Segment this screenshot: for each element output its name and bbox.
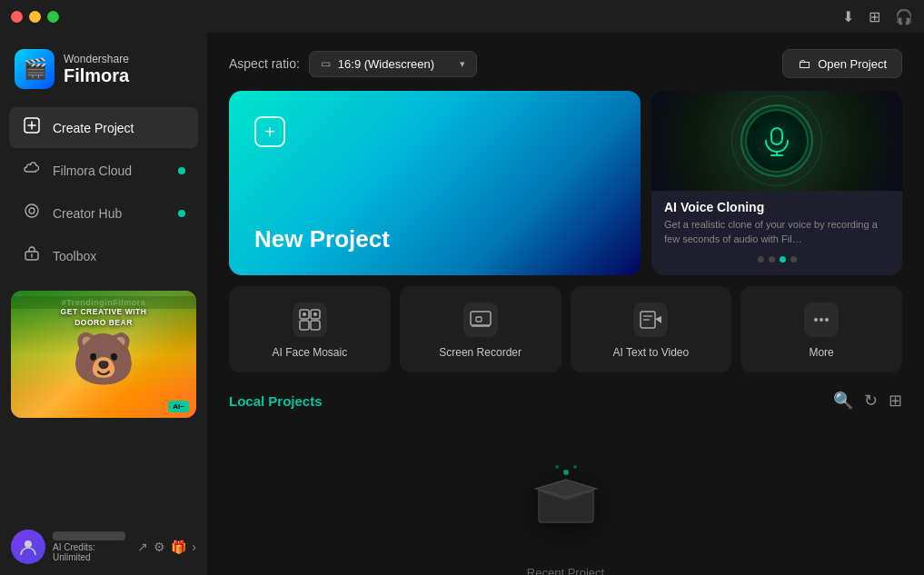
quick-action-ai-face-mosaic[interactable]: AI Face Mosaic (229, 286, 391, 373)
user-action-icons: ↗ ⚙ 🎁 › (137, 540, 196, 554)
svg-rect-8 (771, 128, 782, 144)
microphone-icon (760, 124, 793, 157)
minimize-button[interactable] (29, 11, 41, 23)
filmora-cloud-label: Filmora Cloud (53, 164, 132, 178)
screen-recorder-icon (463, 302, 498, 337)
logo-text: Wondershare Filmora (64, 53, 129, 85)
arrow-right-icon[interactable]: › (192, 540, 196, 554)
ai-text-to-video-icon (633, 302, 668, 337)
creator-hub-icon (22, 203, 42, 223)
close-button[interactable] (11, 11, 23, 23)
screen-recorder-label: Screen Recorder (439, 346, 522, 361)
new-project-title: New Project (254, 225, 615, 253)
svg-point-15 (303, 312, 306, 316)
empty-state-label: Recent Project (527, 566, 604, 575)
create-project-icon (22, 117, 42, 138)
open-project-label: Open Project (818, 57, 887, 71)
mic-circle (745, 109, 809, 173)
user-credits: AI Credits: Unlimited (53, 542, 130, 562)
search-icon[interactable]: 🔍 (833, 391, 853, 411)
quick-action-screen-recorder[interactable]: Screen Recorder (400, 286, 561, 373)
svg-rect-18 (476, 317, 482, 322)
dot-2[interactable] (769, 256, 775, 263)
svg-rect-17 (471, 312, 491, 325)
sidebar-item-create-project[interactable]: Create Project (9, 107, 198, 148)
empty-projects-state: Recent Project (229, 425, 902, 575)
ai-voice-info: AI Voice Cloning Get a realistic clone o… (651, 191, 902, 275)
aspect-ratio-value: 16:9 (Widescreen) (338, 57, 434, 71)
local-projects-title: Local Projects (229, 393, 323, 409)
empty-box-icon (525, 454, 607, 553)
svg-point-4 (29, 208, 35, 213)
svg-point-28 (555, 465, 559, 469)
main-scroll-area: + New Project (207, 91, 924, 575)
sidebar-promo-card[interactable]: #TrendinginFilmora 🐻 GET CREATIVE WITHDO… (11, 291, 196, 418)
svg-point-3 (25, 204, 38, 217)
svg-point-27 (563, 470, 569, 475)
svg-point-24 (814, 318, 818, 322)
ai-face-mosaic-label: AI Face Mosaic (273, 346, 348, 361)
quick-action-more[interactable]: More (740, 286, 902, 373)
more-icon (804, 302, 839, 337)
toolbox-icon (22, 245, 42, 266)
user-credits-row: AI Credits: Unlimited (53, 542, 130, 562)
layout-icon[interactable]: ⊞ (889, 391, 902, 411)
app-body: 🎬 Wondershare Filmora Create Project (0, 33, 924, 575)
aspect-ratio-label: Aspect ratio: (229, 56, 300, 71)
download-icon[interactable]: ⬇ (842, 8, 854, 25)
new-project-card[interactable]: + New Project (229, 91, 641, 275)
svg-point-16 (313, 312, 317, 316)
settings-icon[interactable]: ⚙ (154, 540, 165, 554)
sidebar-item-filmora-cloud[interactable]: Filmora Cloud (9, 150, 198, 191)
quick-action-ai-text-to-video[interactable]: AI Text to Video (571, 286, 732, 373)
carousel-dots (664, 256, 889, 263)
title-bar: ⬇ ⊞ 🎧 (0, 0, 924, 33)
dot-4[interactable] (790, 256, 797, 263)
aspect-ratio-select[interactable]: ▭ 16:9 (Widescreen) ▾ (309, 51, 477, 77)
svg-marker-23 (655, 316, 661, 323)
filmora-cloud-icon (22, 160, 42, 181)
app-logo-icon: 🎬 (15, 49, 55, 89)
maximize-button[interactable] (47, 11, 59, 23)
sidebar-nav: Create Project Filmora Cloud (0, 107, 207, 276)
app-name: Filmora (64, 65, 129, 85)
quick-actions-grid: AI Face Mosaic Screen Recorder (229, 286, 902, 373)
svg-point-25 (820, 318, 823, 322)
refresh-icon[interactable]: ↻ (864, 391, 878, 411)
gift-icon[interactable]: 🎁 (171, 540, 186, 554)
display-icon: ▭ (321, 57, 331, 70)
folder-icon: 🗀 (798, 56, 810, 71)
headset-icon[interactable]: 🎧 (895, 8, 913, 25)
sidebar-user: AI Credits: Unlimited ↗ ⚙ 🎁 › (0, 520, 207, 575)
new-project-plus-icon: + (254, 116, 285, 147)
grid-icon[interactable]: ⊞ (869, 8, 880, 25)
dot-1[interactable] (758, 256, 764, 263)
traffic-lights (11, 11, 59, 23)
share-icon[interactable]: ↗ (137, 540, 148, 554)
svg-point-26 (825, 318, 829, 322)
svg-point-7 (25, 540, 32, 548)
local-projects-header: Local Projects 🔍 ↻ ⊞ (229, 391, 902, 411)
ai-voice-description: Get a realistic clone of your voice by r… (664, 218, 889, 247)
dot-3[interactable] (780, 256, 786, 263)
main-header: Aspect ratio: ▭ 16:9 (Widescreen) ▾ 🗀 Op… (207, 33, 924, 91)
aspect-ratio-row: Aspect ratio: ▭ 16:9 (Widescreen) ▾ (229, 51, 477, 77)
toolbox-label: Toolbox (53, 249, 96, 263)
sidebar-item-creator-hub[interactable]: Creator Hub (9, 193, 198, 233)
title-bar-actions: ⬇ ⊞ 🎧 (842, 8, 913, 25)
dropdown-arrow-icon: ▾ (460, 58, 465, 70)
open-project-button[interactable]: 🗀 Open Project (782, 49, 902, 78)
create-project-label: Create Project (53, 121, 134, 135)
user-name (53, 531, 125, 540)
top-cards-grid: + New Project (229, 91, 902, 275)
more-label: More (809, 346, 833, 361)
ai-text-to-video-label: AI Text to Video (613, 346, 690, 361)
local-projects-actions: 🔍 ↻ ⊞ (833, 391, 902, 411)
svg-rect-13 (300, 321, 309, 330)
ai-voice-title: AI Voice Cloning (664, 200, 889, 214)
brand-name: Wondershare (64, 53, 129, 65)
sidebar-logo: 🎬 Wondershare Filmora (0, 33, 207, 107)
user-avatar (11, 530, 45, 564)
ai-voice-cloning-card[interactable]: AI Voice Cloning Get a realistic clone o… (651, 91, 902, 275)
sidebar-item-toolbox[interactable]: Toolbox (9, 235, 198, 276)
